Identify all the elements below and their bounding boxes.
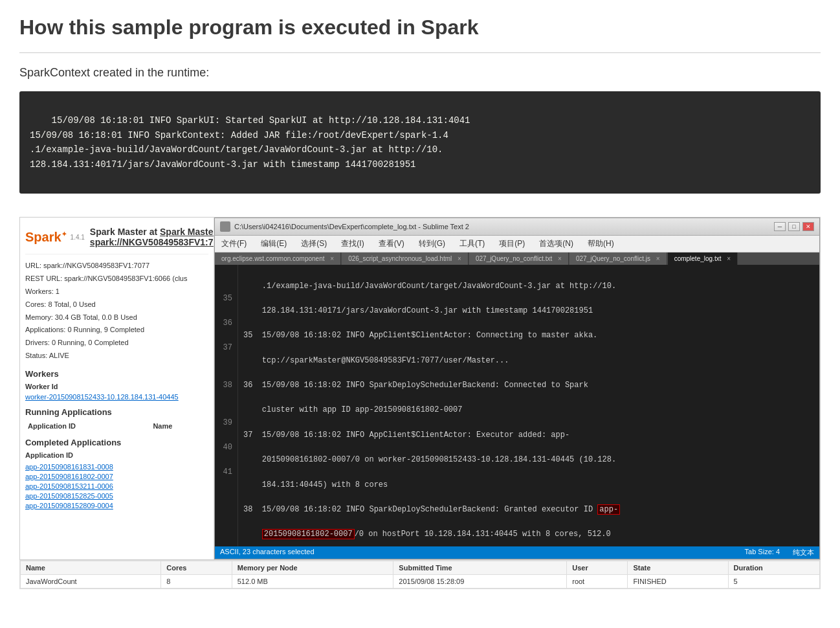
tab-4-close[interactable]: ×: [727, 255, 731, 262]
spark-workers: Workers: 1: [25, 286, 208, 298]
menu-edit[interactable]: 编辑(E): [258, 237, 289, 251]
menu-file[interactable]: 文件(F): [219, 237, 249, 251]
completed-app-0[interactable]: app-20150908161831-0008: [25, 463, 208, 471]
sublime-title: C:\Users\i042416\Documents\DevExpert\com…: [234, 223, 469, 230]
sublime-menubar: 文件(F) 编辑(E) 选择(S) 查找(I) 查看(V) 转到(G) 工具(T…: [215, 236, 819, 252]
col-submitted: Submitted Time: [393, 561, 567, 575]
cell-state: FINISHED: [628, 575, 728, 589]
tab-1-close[interactable]: ×: [458, 255, 461, 262]
sublime-app-icon: [220, 221, 230, 232]
worker-id-label: Worker Id: [25, 383, 208, 390]
app-id-col-header: Application ID: [25, 421, 150, 431]
completed-apps-heading: Completed Applications: [25, 438, 208, 447]
tab-3-close[interactable]: ×: [656, 255, 660, 262]
tab-0[interactable]: org.eclipse.wst.common.component ×: [215, 252, 341, 265]
menu-goto[interactable]: 转到(G): [416, 237, 448, 251]
line-numbers: 35 36 37 38 39 40 41: [215, 265, 238, 546]
code-line: 37 15/09/08 16:18:02 INFO AppClient$Clie…: [243, 429, 814, 442]
code-line: .1/example-java-build/JavaWordCount/targ…: [243, 280, 814, 293]
col-name: Name: [21, 561, 161, 575]
bottom-table: Name Cores Memory per Node Submitted Tim…: [20, 561, 820, 589]
sublime-tabs: org.eclipse.wst.common.component × 026_s…: [215, 252, 819, 265]
spark-drivers: Drivers: 0 Running, 0 Completed: [25, 337, 208, 350]
table-header-row: Name Cores Memory per Node Submitted Tim…: [21, 561, 820, 575]
maximize-button[interactable]: □: [788, 222, 800, 231]
sublime-statusbar: ASCII, 23 characters selected Tab Size: …: [215, 546, 819, 559]
code-line: 38 15/09/08 16:18:02 INFO SparkDeploySch…: [243, 504, 814, 516]
spark-master-url: Spark Master at spark://NKGV50849583FV1:…: [90, 227, 214, 247]
spark-applications: Applications: 0 Running, 9 Completed: [25, 324, 208, 337]
menu-preferences[interactable]: 首选项(N): [536, 237, 576, 251]
name-col-header: Name: [150, 421, 208, 431]
spark-cores: Cores: 8 Total, 0 Used: [25, 298, 208, 311]
tab-2[interactable]: 027_jQuery_no_conflict.txt ×: [469, 252, 569, 265]
worker-id-link[interactable]: worker-20150908152433-10.128.184.131-404…: [25, 393, 208, 401]
tab-4[interactable]: complete_log.txt ×: [668, 252, 738, 265]
code-line-3: .1/example-java-build/JavaWordCount/targ…: [30, 144, 443, 155]
highlight-app-id: app-: [597, 504, 620, 515]
col-state: State: [628, 561, 728, 575]
sublime-window: C:\Users\i042416\Documents\DevExpert\com…: [214, 218, 820, 559]
divider: [19, 52, 821, 53]
table-row: JavaWordCount 8 512.0 MB 2015/09/08 15:2…: [21, 575, 820, 589]
spark-version: 1.4.1: [71, 234, 85, 241]
code-line: 20150908161802-0007/0 on worker-20150908…: [243, 454, 814, 466]
titlebar-left: C:\Users\i042416\Documents\DevExpert\com…: [220, 221, 469, 232]
code-line: tcp://sparkMaster@NKGV50849583FV1:7077/u…: [243, 355, 814, 367]
cell-memory: 512.0 MB: [232, 575, 393, 589]
workers-heading: Workers: [25, 369, 208, 379]
status-right: Tab Size: 4 纯文本: [745, 548, 814, 557]
code-line: 184.131:40445) with 8 cores: [243, 479, 814, 491]
spark-master-title: Spark Master at Spark Master at spark://…: [90, 227, 214, 247]
code-line-2: 15/09/08 16:18:01 INFO SparkContext: Add…: [30, 130, 448, 140]
status-tab-size: Tab Size: 4: [745, 548, 780, 557]
subtitle: SparkContext created in the runtime:: [19, 66, 821, 80]
highlight-app-id-2: 20150908161802-0007: [262, 529, 355, 539]
col-memory: Memory per Node: [232, 561, 393, 575]
menu-find[interactable]: 查找(I): [338, 237, 366, 251]
code-line: 128.184.131:40171/jars/JavaWordCount-3.j…: [243, 305, 814, 317]
completed-app-3[interactable]: app-20150908152825-0005: [25, 492, 208, 500]
spark-status: Status: ALIVE: [25, 350, 208, 363]
cell-duration: 5: [728, 575, 819, 589]
code-line-1: 15/09/08 16:18:01 INFO SparkUI: Started …: [52, 115, 470, 126]
sublime-content[interactable]: 35 36 37 38 39 40 41 .1/example-java-bui…: [215, 265, 819, 546]
running-apps-table: Application ID Name: [25, 421, 208, 431]
menu-tools[interactable]: 工具(T): [457, 237, 487, 251]
cell-submitted: 2015/09/08 15:28:09: [393, 575, 567, 589]
code-line: 20150908161802-0007/0 on hostPort 10.128…: [243, 528, 814, 541]
completed-app-4[interactable]: app-20150908152809-0004: [25, 502, 208, 510]
code-line: 35 15/09/08 16:18:02 INFO AppClient$Clie…: [243, 330, 814, 342]
minimize-button[interactable]: ─: [774, 222, 786, 231]
col-duration: Duration: [728, 561, 819, 575]
top-section: How this sample program is executed in S…: [0, 0, 840, 217]
completed-app-id-label: Application ID: [25, 451, 208, 459]
titlebar-controls[interactable]: ─ □ ✕: [774, 222, 814, 231]
code-editor[interactable]: .1/example-java-build/JavaWordCount/targ…: [238, 265, 819, 546]
code-block: 15/09/08 16:18:01 INFO SparkUI: Started …: [19, 91, 821, 194]
status-encoding: 纯文本: [793, 548, 814, 557]
tab-0-close[interactable]: ×: [330, 255, 334, 262]
page-title: How this sample program is executed in S…: [19, 16, 821, 39]
tab-1[interactable]: 026_script_asynchronous_load.html ×: [342, 252, 469, 265]
sublime-titlebar: C:\Users\i042416\Documents\DevExpert\com…: [215, 218, 819, 236]
menu-view[interactable]: 查看(V): [376, 237, 407, 251]
code-line: cluster with app ID app-20150908161802-0…: [243, 404, 814, 416]
completed-app-2[interactable]: app-20150908153211-0006: [25, 482, 208, 490]
close-button[interactable]: ✕: [802, 222, 814, 231]
code-line-4: 128.184.131:40171/jars/JavaWordCount-3.j…: [30, 159, 416, 170]
menu-project[interactable]: 项目(P): [496, 237, 527, 251]
spark-header: Spark✦ 1.4.1 Spark Master at Spark Maste…: [25, 223, 208, 254]
col-cores: Cores: [161, 561, 232, 575]
menu-select[interactable]: 选择(S): [298, 237, 329, 251]
completed-app-1[interactable]: app-20150908161802-0007: [25, 473, 208, 480]
tab-3[interactable]: 027_jQuery_no_conflict.js ×: [569, 252, 667, 265]
bottom-table-container: Name Cores Memory per Node Submitted Tim…: [19, 560, 821, 589]
col-user: User: [567, 561, 628, 575]
sidebar-info: URL: spark://NKGV50849583FV1:7077 REST U…: [25, 260, 208, 362]
running-apps-heading: Running Applications: [25, 407, 208, 417]
tab-2-close[interactable]: ×: [558, 255, 562, 262]
menu-help[interactable]: 帮助(H): [585, 237, 617, 251]
spark-logo: Spark✦: [25, 230, 67, 245]
spark-rest-url: REST URL: spark://NKGV50849583FV1:6066 (…: [25, 273, 208, 286]
